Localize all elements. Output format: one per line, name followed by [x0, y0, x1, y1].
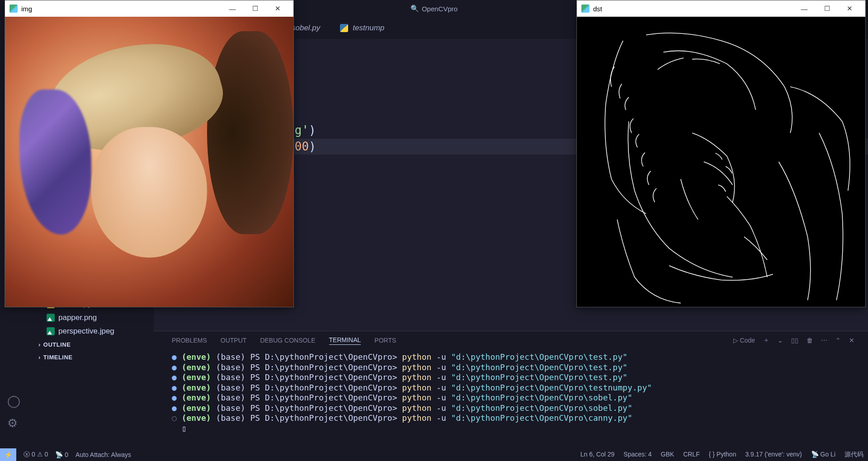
maximize-icon[interactable]: ☐: [244, 0, 266, 17]
more-icon[interactable]: ⋯: [821, 337, 827, 344]
opencv-window-dst[interactable]: dst — ☐ ✕: [576, 0, 866, 307]
bottom-panel: PROBLEMS OUTPUT DEBUG CONSOLE TERMINAL P…: [154, 331, 868, 448]
status-golive[interactable]: 📡 Go Li: [811, 451, 835, 459]
close-icon[interactable]: ✕: [838, 0, 861, 17]
window-title: dst: [593, 5, 602, 13]
app-icon: [581, 5, 590, 13]
image-icon: [47, 314, 55, 322]
status-lncol[interactable]: Ln 6, Col 29: [580, 451, 615, 459]
file-item[interactable]: papper.png: [38, 311, 154, 325]
chevron-down-icon[interactable]: ⌄: [778, 337, 783, 344]
panel-tab-terminal[interactable]: TERMINAL: [329, 336, 361, 345]
close-icon[interactable]: ✕: [849, 337, 854, 344]
status-encoding[interactable]: GBK: [661, 451, 675, 459]
window-titlebar[interactable]: dst — ☐ ✕: [577, 0, 865, 17]
status-autoattach[interactable]: Auto Attach: Always: [75, 451, 131, 458]
panel-tab-ports[interactable]: PORTS: [374, 337, 396, 344]
project-name: OpenCVpro: [422, 5, 458, 13]
chevron-right-icon: ›: [38, 341, 41, 348]
account-icon[interactable]: ◯: [7, 394, 20, 408]
tab-testnump[interactable]: testnump: [330, 17, 394, 39]
canny-edges-image: [577, 17, 865, 307]
panel-tab-problems[interactable]: PROBLEMS: [172, 337, 207, 344]
split-icon[interactable]: ▯▯: [791, 337, 798, 344]
app-icon: [9, 5, 18, 13]
search-icon: 🔍: [410, 5, 419, 13]
file-item[interactable]: perspective.jpeg: [38, 325, 154, 338]
status-eol[interactable]: CRLF: [683, 451, 700, 459]
status-extra[interactable]: 源代码: [844, 451, 863, 459]
maximize-icon[interactable]: ⌃: [835, 337, 841, 344]
section-outline[interactable]: ›OUTLINE: [38, 338, 154, 351]
section-timeline[interactable]: ›TIMELINE: [38, 351, 154, 363]
opencv-window-img[interactable]: img — ☐ ✕: [5, 0, 294, 307]
maximize-icon[interactable]: ☐: [816, 0, 838, 17]
status-errors[interactable]: ⓧ 0 ⚠ 0: [24, 451, 48, 459]
launch-profile[interactable]: ▷ Code: [733, 337, 755, 344]
panel-tab-debug[interactable]: DEBUG CONSOLE: [260, 337, 315, 344]
status-pyver[interactable]: 3.9.17 ('enve': venv): [745, 451, 802, 459]
status-ports[interactable]: 📡 0: [55, 451, 68, 458]
remote-icon[interactable]: ⚡: [0, 448, 16, 461]
panel-tab-output[interactable]: OUTPUT: [221, 337, 247, 344]
window-title: img: [21, 5, 32, 13]
minimize-icon[interactable]: —: [221, 0, 244, 17]
window-titlebar[interactable]: img — ☐ ✕: [5, 0, 293, 17]
image-icon: [47, 327, 55, 335]
new-terminal-icon[interactable]: ＋: [763, 336, 769, 344]
settings-icon[interactable]: ⚙: [7, 416, 20, 430]
close-icon[interactable]: ✕: [266, 0, 289, 17]
chevron-right-icon: ›: [38, 354, 41, 361]
python-icon: [340, 24, 348, 32]
status-bar: ⚡ ⓧ 0 ⚠ 0 📡 0 Auto Attach: Always Ln 6, …: [0, 448, 868, 461]
lena-image: [5, 17, 293, 307]
status-lang[interactable]: { } Python: [709, 451, 736, 459]
status-spaces[interactable]: Spaces: 4: [623, 451, 651, 459]
terminal[interactable]: ● (enve) (base) PS D:\pythonProject\Open…: [154, 349, 868, 448]
minimize-icon[interactable]: —: [793, 0, 816, 17]
trash-icon[interactable]: 🗑: [807, 337, 813, 344]
